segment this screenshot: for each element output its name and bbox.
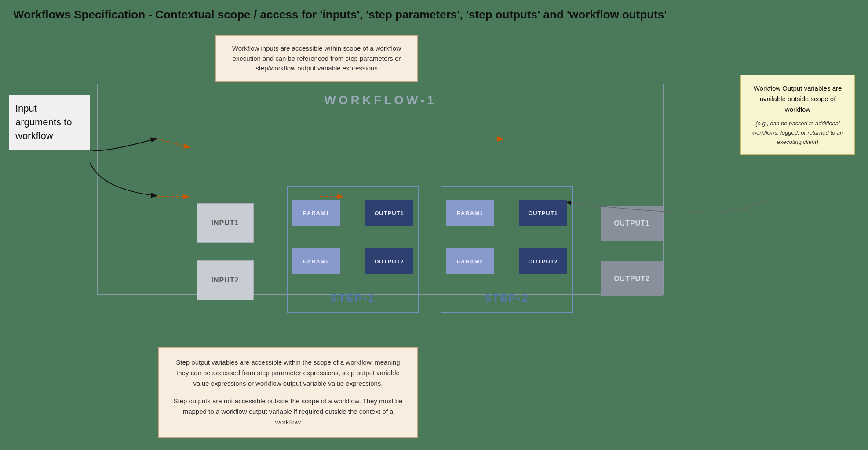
- workflow-container: WORKFLOW-1 INPUT1 INPUT2 PARAM1 PARAM2 O…: [97, 84, 664, 295]
- left-annotation-box: Input arguments to workflow: [9, 95, 90, 150]
- input2-box: INPUT2: [197, 260, 254, 300]
- input1-label: INPUT1: [212, 219, 239, 227]
- right-annotation-sub: (e.g., can be passed to additional workf…: [748, 119, 847, 146]
- step1-param1: PARAM1: [292, 200, 340, 226]
- workflow-output2: OUTPUT2: [601, 261, 663, 296]
- step1-output1: OUTPUT1: [365, 200, 413, 226]
- input1-box: INPUT1: [197, 203, 254, 243]
- page-title: Workflows Specification - Contextual sco…: [13, 8, 667, 22]
- step1-param2: PARAM2: [292, 248, 340, 274]
- step2-param1: PARAM1: [446, 200, 494, 226]
- workflow-output1: OUTPUT1: [601, 206, 663, 241]
- right-annotation-heading: Workflow Output variables are available …: [748, 83, 847, 115]
- step2-output1: OUTPUT1: [519, 200, 567, 226]
- bottom-annotation-box: Step output variables are accessible wit…: [158, 347, 418, 438]
- left-annotation-text: Input arguments to workflow: [15, 103, 72, 141]
- right-annotation-box: Workflow Output variables are available …: [740, 75, 855, 155]
- bottom-annotation-para2: Step outputs are not accessible outside …: [170, 396, 406, 428]
- top-annotation-box: Workflow inputs are accessible within sc…: [215, 35, 418, 82]
- input2-label: INPUT2: [212, 276, 239, 284]
- step2-label: STEP-2: [484, 292, 529, 304]
- workflow-title: WORKFLOW-1: [324, 93, 436, 107]
- top-annotation-text: Workflow inputs are accessible within sc…: [232, 44, 401, 72]
- step2-param2: PARAM2: [446, 248, 494, 274]
- step1-label: STEP-1: [330, 292, 375, 304]
- step2-box: PARAM1 PARAM2 OUTPUT1 OUTPUT2 STEP-2: [441, 186, 573, 313]
- step1-box: PARAM1 PARAM2 OUTPUT1 OUTPUT2 STEP-1: [287, 186, 419, 313]
- bottom-annotation-para1: Step output variables are accessible wit…: [170, 357, 406, 389]
- step1-output2: OUTPUT2: [365, 248, 413, 274]
- step2-output2: OUTPUT2: [519, 248, 567, 274]
